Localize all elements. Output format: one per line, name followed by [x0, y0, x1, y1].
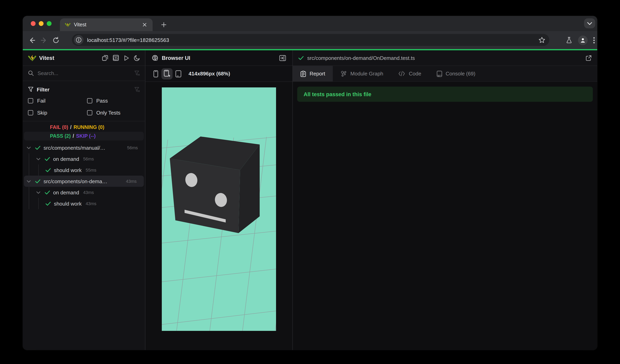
- browser-ui-panel: Browser UI 414x896px (68%): [145, 50, 293, 350]
- viewport-size-label: 414x896px (68%): [188, 71, 230, 77]
- vitest-logo-icon: [28, 54, 36, 62]
- report-body: All tests passed in this file: [293, 82, 597, 350]
- bookmark-star-icon[interactable]: [539, 37, 545, 43]
- report-panel: src/components/on-demand/OnDemand.test.t…: [293, 50, 597, 350]
- tree-test-row[interactable]: should work 55ms: [23, 164, 145, 176]
- tab-search-button[interactable]: [584, 18, 595, 28]
- reload-button[interactable]: [50, 34, 62, 46]
- tree-test-row[interactable]: should work 43ms: [23, 198, 145, 209]
- filter-section: Filter Fail Pass: [23, 81, 145, 121]
- tab-code[interactable]: Code: [391, 66, 429, 81]
- browser-preview-area: [145, 82, 293, 350]
- tablet-icon[interactable]: [172, 68, 184, 79]
- pass-check-icon: [45, 168, 51, 172]
- funnel-icon: [28, 87, 33, 92]
- clear-filter-icon[interactable]: [134, 87, 140, 92]
- pass-check-icon: [44, 157, 50, 161]
- test-summary: FAIL (0)/RUNNING (0) PASS (2)/SKIP (--): [23, 121, 145, 141]
- forward-button[interactable]: [38, 34, 50, 46]
- browser-ui-title: Browser UI: [162, 55, 279, 61]
- traffic-lights: [31, 21, 51, 26]
- vitest-ui: Vitest: [23, 50, 597, 350]
- test-file-path: src/components/on-demand/OnDemand.test.t…: [307, 55, 586, 61]
- summary-line-2: PASS (2)/SKIP (--): [24, 132, 144, 141]
- browser-window: Vitest: [23, 16, 597, 350]
- pass-check-icon: [35, 179, 40, 183]
- tab-report[interactable]: Report: [293, 66, 333, 81]
- robot-cube-scene: [162, 87, 276, 331]
- only-tests-checkbox[interactable]: [87, 110, 92, 115]
- run-all-icon[interactable]: [124, 55, 129, 61]
- minimize-window-button[interactable]: [39, 21, 44, 26]
- url-bar[interactable]: localhost:5173/#/?file=1828625563: [72, 34, 549, 46]
- console-icon: [436, 71, 442, 77]
- back-button[interactable]: [26, 34, 38, 46]
- sidebar-header: Vitest: [23, 50, 145, 66]
- chevron-down-icon[interactable]: [36, 158, 41, 160]
- phone-icon[interactable]: [150, 68, 161, 79]
- tab-title: Vitest: [74, 22, 141, 28]
- menu-kebab-icon[interactable]: [593, 37, 595, 43]
- filter-option-fail[interactable]: Fail: [28, 95, 87, 107]
- dashboard-icon[interactable]: [113, 55, 119, 61]
- module-graph-icon: [340, 71, 347, 77]
- search-input[interactable]: [38, 70, 134, 76]
- filter-header: Filter: [28, 84, 140, 95]
- report-tabs: Report Module Graph Code: [293, 66, 597, 82]
- screen: Vitest: [0, 0, 620, 364]
- tree-suite-row[interactable]: on demand 43ms: [23, 187, 145, 198]
- sidebar-actions: [102, 55, 140, 61]
- summary-line-1: FAIL (0)/RUNNING (0): [23, 123, 145, 132]
- experiments-flask-icon[interactable]: [566, 37, 573, 44]
- browser-toolbar: localhost:5173/#/?file=1828625563: [23, 31, 597, 49]
- windows-stack-icon[interactable]: [102, 55, 108, 61]
- close-window-button[interactable]: [31, 21, 36, 26]
- search-icon: [28, 70, 34, 76]
- browser-ui-header: Browser UI: [145, 50, 293, 66]
- pass-check-icon: [35, 146, 40, 150]
- zoom-window-button[interactable]: [47, 21, 51, 26]
- open-in-editor-icon[interactable]: [586, 55, 592, 61]
- app-title: Vitest: [39, 55, 102, 61]
- tested-app-viewport[interactable]: [162, 87, 276, 331]
- pass-check-icon: [44, 190, 50, 195]
- report-clipboard-icon: [300, 71, 306, 77]
- test-tree: src/components/manual/… 56ms on demand 5…: [23, 142, 145, 209]
- fail-checkbox[interactable]: [28, 98, 33, 103]
- site-info-icon[interactable]: [74, 35, 83, 45]
- filter-title: Filter: [37, 87, 134, 92]
- all-tests-passed-banner: All tests passed in this file: [297, 87, 593, 102]
- code-icon: [399, 71, 405, 76]
- filter-option-only-tests[interactable]: Only Tests: [87, 107, 140, 118]
- tab-close-icon[interactable]: [141, 22, 148, 28]
- new-tab-button[interactable]: [159, 20, 169, 30]
- url-text: localhost:5173/#/?file=1828625563: [87, 37, 539, 43]
- clear-search-filter-icon[interactable]: [134, 70, 140, 76]
- toolbar-right-cluster: [566, 31, 595, 49]
- tree-file-row[interactable]: src/components/manual/… 56ms: [23, 142, 145, 153]
- device-toolbar: 414x896px (68%): [145, 66, 293, 82]
- tab-console[interactable]: Console (69): [429, 66, 483, 81]
- sidebar: Vitest: [23, 50, 145, 350]
- chevron-down-icon[interactable]: [36, 191, 41, 194]
- chevron-down-icon[interactable]: [26, 180, 31, 183]
- filter-options: Fail Pass Skip Only Tests: [28, 95, 140, 118]
- filter-option-skip[interactable]: Skip: [28, 107, 87, 118]
- vitest-favicon-icon: [65, 22, 71, 28]
- browser-tab[interactable]: Vitest: [60, 18, 153, 31]
- tree-file-row-selected[interactable]: src/components/on-dema… 43ms: [24, 176, 144, 187]
- pass-check-icon: [45, 201, 51, 206]
- tab-module-graph[interactable]: Module Graph: [333, 66, 391, 81]
- globe-icon: [152, 55, 158, 61]
- pass-checkbox[interactable]: [87, 98, 92, 103]
- robot-cube: [170, 136, 260, 233]
- filter-option-pass[interactable]: Pass: [87, 95, 140, 107]
- skip-checkbox[interactable]: [28, 110, 33, 115]
- phone-plus-icon[interactable]: [161, 68, 172, 79]
- tree-suite-row[interactable]: on demand 56ms: [23, 153, 145, 164]
- dark-mode-moon-icon[interactable]: [134, 55, 140, 61]
- profile-avatar[interactable]: [578, 35, 588, 45]
- chevron-down-icon[interactable]: [26, 146, 31, 149]
- dock-panel-icon[interactable]: [279, 55, 286, 61]
- report-header: src/components/on-demand/OnDemand.test.t…: [293, 50, 597, 66]
